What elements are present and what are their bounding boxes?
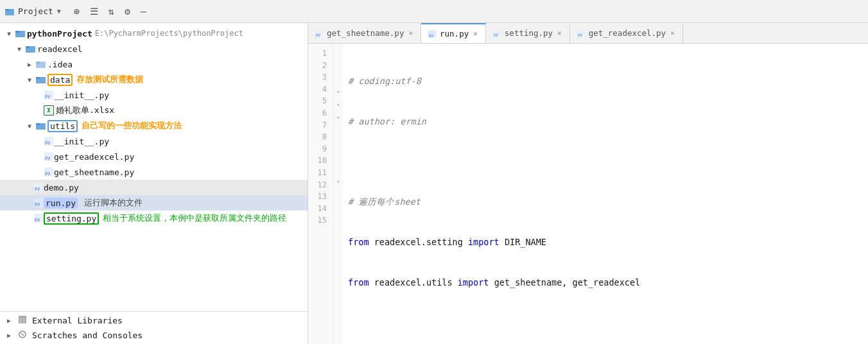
- fold-5[interactable]: ▾: [334, 99, 343, 112]
- main-container: pythonProject E:\PycharmProjects\pythonP…: [0, 23, 868, 344]
- tree-item-get-sheetname[interactable]: py get_sheetname.py: [0, 164, 308, 180]
- title-dropdown-icon[interactable]: ▼: [57, 8, 61, 15]
- folder-data-icon: [35, 74, 46, 85]
- editor-area: py get_sheetname.py ✕ py run.py ✕ py set…: [308, 23, 868, 344]
- tree-item-init2[interactable]: py __init__.py: [0, 133, 308, 149]
- idea-label: .idea: [48, 60, 73, 69]
- fold-9[interactable]: [334, 150, 343, 163]
- tree-item-xlsx[interactable]: X 婚礼歌单.xlsx: [0, 103, 308, 118]
- tree-item-init1[interactable]: py __init__.py: [0, 87, 308, 103]
- minimize-icon[interactable]: —: [141, 6, 146, 17]
- title-bar-icons: ⊕ ☰ ⇅ ⚙ —: [74, 6, 146, 17]
- fold-14[interactable]: [334, 214, 343, 227]
- folder-pythonproject-icon: [15, 28, 25, 39]
- code-line-7: [348, 316, 863, 329]
- svg-rect-1: [5, 9, 9, 11]
- external-libraries-item[interactable]: || External Libraries: [0, 313, 308, 328]
- arrow-pythonproject: [5, 30, 13, 37]
- fold-6[interactable]: ▾: [334, 112, 343, 125]
- tree-item-utils[interactable]: utils 自己写的一些功能实现方法: [0, 118, 308, 133]
- svg-text:py: py: [45, 140, 50, 145]
- tab-bar: py get_sheetname.py ✕ py run.py ✕ py set…: [308, 23, 868, 44]
- arrow-readexcel: [15, 45, 23, 53]
- xlsx-label: 婚礼歌单.xlsx: [56, 105, 114, 116]
- settings-icon[interactable]: ⚙: [125, 6, 130, 17]
- svg-rect-5: [26, 46, 30, 48]
- tree-item-pythonproject[interactable]: pythonProject E:\PycharmProjects\pythonP…: [0, 26, 308, 41]
- folder-utils-icon: [35, 121, 46, 131]
- pythonproject-path: E:\PycharmProjects\pythonProject: [95, 29, 243, 38]
- setting-label: setting.py: [44, 212, 99, 225]
- get-readexcel-label: get_readexcel.py: [54, 152, 134, 162]
- svg-text:py: py: [45, 94, 50, 99]
- line-numbers: 1 2 3 4 5 6 7 8 9 10 11 12 13 14 15: [308, 44, 334, 344]
- svg-text:py: py: [35, 186, 40, 191]
- scratches-icon: [18, 330, 27, 341]
- tab-label-get-readexcel: get_readexcel.py: [589, 28, 666, 38]
- tree-item-run[interactable]: py run.py 运行脚本的文件: [0, 195, 308, 211]
- tree-item-data[interactable]: data 存放测试所需数据: [0, 72, 308, 87]
- svg-text:py: py: [45, 155, 50, 160]
- fold-1[interactable]: [334, 47, 343, 60]
- svg-rect-13: [36, 123, 40, 125]
- code-line-5: from readexcel.setting import DIR_NAME: [348, 236, 863, 249]
- py-init1-icon: py: [44, 90, 54, 100]
- readexcel-label: readexcel: [37, 44, 82, 54]
- svg-text:py: py: [316, 32, 321, 37]
- tab-label-run: run.py: [440, 29, 469, 39]
- py-init2-icon: py: [44, 136, 54, 146]
- fold-8[interactable]: [334, 137, 343, 150]
- fold-15[interactable]: [334, 227, 343, 240]
- code-editor[interactable]: 1 2 3 4 5 6 7 8 9 10 11 12 13 14 15: [308, 44, 868, 344]
- py-demo-icon: py: [33, 182, 44, 193]
- tab-close-setting[interactable]: ✕: [556, 28, 563, 38]
- code-content[interactable]: # coding:utf-8 # author: ermin # 遍历每个she…: [343, 44, 868, 344]
- fold-7[interactable]: [334, 125, 343, 137]
- sidebar-bottom: || External Libraries Scratches and Cons…: [0, 311, 308, 344]
- svg-text:py: py: [45, 171, 50, 176]
- tab-close-get-readexcel[interactable]: ✕: [669, 28, 676, 38]
- fold-10[interactable]: [334, 163, 343, 176]
- add-icon[interactable]: ⊕: [74, 6, 80, 17]
- sidebar-tree: pythonProject E:\PycharmProjects\pythonP…: [0, 23, 308, 311]
- tab-get-readexcel[interactable]: py get_readexcel.py ✕: [570, 23, 683, 43]
- data-label: data: [48, 74, 73, 86]
- fold-4[interactable]: ▾: [334, 86, 343, 99]
- sort-icon[interactable]: ⇅: [108, 6, 114, 17]
- fold-3[interactable]: [334, 73, 343, 86]
- fold-13[interactable]: [334, 202, 343, 214]
- tree-item-readexcel[interactable]: readexcel: [0, 41, 308, 56]
- arrow-scratches: [5, 332, 13, 340]
- tab-close-get-sheetname[interactable]: ✕: [407, 28, 414, 38]
- demo-label: demo.py: [44, 183, 79, 193]
- xlsx-icon: X: [44, 105, 54, 116]
- external-libraries-label: External Libraries: [32, 316, 123, 325]
- svg-text:py: py: [429, 33, 434, 38]
- get-sheetname-label: get_sheetname.py: [54, 168, 134, 177]
- run-label: run.py: [44, 198, 78, 209]
- fold-2[interactable]: [334, 60, 343, 73]
- list-icon[interactable]: ☰: [90, 6, 98, 17]
- setting-annotation: 相当于系统设置，本例中是获取所属文件夹的路径: [103, 212, 286, 224]
- arrow-idea: [26, 60, 33, 68]
- tab-get-sheetname[interactable]: py get_sheetname.py ✕: [308, 23, 421, 43]
- tab-icon-run: py: [428, 30, 437, 39]
- tab-icon-setting: py: [492, 29, 501, 38]
- py-get-sheetname-icon: py: [44, 167, 54, 177]
- svg-line-29: [21, 333, 24, 336]
- folder-readexcel-icon: [25, 44, 35, 54]
- tree-item-idea[interactable]: .idea: [0, 56, 308, 72]
- tree-item-get-readexcel[interactable]: py get_readexcel.py: [0, 149, 308, 164]
- svg-text:py: py: [494, 32, 499, 37]
- fold-12[interactable]: [334, 189, 343, 202]
- tree-item-demo[interactable]: py demo.py: [0, 180, 308, 195]
- scratches-item[interactable]: Scratches and Consoles: [0, 328, 308, 343]
- tree-item-setting[interactable]: py setting.py 相当于系统设置，本例中是获取所属文件夹的路径: [0, 211, 308, 226]
- tab-setting[interactable]: py setting.py ✕: [486, 23, 570, 43]
- tab-close-run[interactable]: ✕: [472, 29, 479, 39]
- utils-annotation: 自己写的一些功能实现方法: [82, 120, 182, 132]
- tab-run[interactable]: py run.py ✕: [421, 23, 486, 43]
- code-line-2: # author: ermin: [348, 115, 863, 128]
- code-line-6: from readexcel.utils import get_sheetnam…: [348, 276, 863, 289]
- fold-11[interactable]: ▾: [334, 176, 343, 189]
